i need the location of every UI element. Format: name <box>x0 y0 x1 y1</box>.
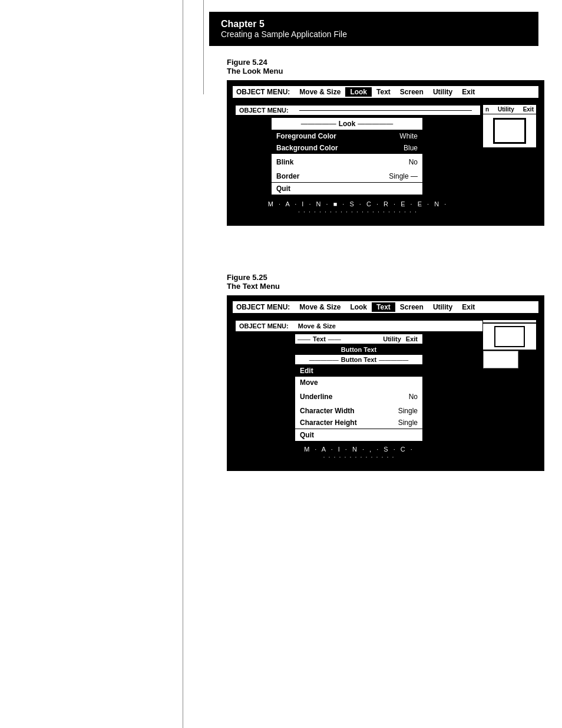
main-screen-area: M · A · I · N · ■ · S · C · R · E · E · … <box>235 200 481 215</box>
right-panel-box <box>493 118 526 144</box>
underline-row[interactable]: Underline No <box>295 391 422 403</box>
underline-value: No <box>409 393 418 401</box>
button-text-sub-label: Button Text <box>341 356 376 363</box>
figure524-inner-screen: OBJECT MENU: Look Foreground Color White <box>232 101 540 219</box>
background-color-row[interactable]: Background Color Blue <box>272 142 422 154</box>
right-panel-header: n Utility Exit <box>483 105 536 114</box>
figure-525-number: Figure 5.25 <box>227 273 550 282</box>
right-panel-box-area <box>483 114 536 147</box>
border-row[interactable]: Border Single — <box>272 170 422 182</box>
right-panel-exit[interactable]: Exit <box>523 106 534 113</box>
figure524-menu-item-text[interactable]: Text <box>372 87 395 97</box>
figure525-menu-item-look[interactable]: Look <box>345 302 372 312</box>
chapter-header: Chapter 5 Creating a Sample Application … <box>209 12 538 46</box>
figure-524-label: Figure 5.24 The Look Menu <box>227 46 550 80</box>
foreground-color-label: Foreground Color <box>276 132 336 140</box>
char-width-label: Character Width <box>300 407 355 415</box>
figure-524-title: The Look Menu <box>227 67 550 75</box>
blink-row[interactable]: Blink No <box>272 156 422 168</box>
figure525-menu-item-exit[interactable]: Exit <box>457 302 480 312</box>
foreground-color-value: White <box>399 132 418 140</box>
quit-label: Quit <box>276 185 290 193</box>
chapter-number: Chapter 5 <box>221 19 527 29</box>
char-height-value: Single <box>398 419 418 427</box>
figure525-menu-item-text[interactable]: Text <box>372 302 395 312</box>
figure524-inner-menubar: OBJECT MENU: <box>235 105 481 116</box>
figure525-right-lower <box>483 351 518 368</box>
figure524-inner-menubar-label: OBJECT MENU: <box>239 107 289 114</box>
figure-525-label: Figure 5.25 The Text Menu <box>227 261 550 295</box>
separator <box>299 110 472 111</box>
text-quit-row[interactable]: Quit <box>295 429 422 441</box>
figure525-right-box-area <box>483 324 536 350</box>
sidebar-area <box>0 0 209 728</box>
figure525-dots-line: · · · · · · · · · · · · · · <box>235 454 483 460</box>
border-label: Border <box>276 172 299 180</box>
page-wrapper: Chapter 5 Creating a Sample Application … <box>0 0 562 728</box>
chapter-subtitle: Creating a Sample Application File <box>221 29 527 39</box>
figure524-menu-item-exit[interactable]: Exit <box>457 87 480 97</box>
figure525-inner-screen: OBJECT MENU: Move & Size —— Text —— Util… <box>232 317 540 464</box>
button-text-bar[interactable]: Button Text <box>295 344 422 355</box>
figure-spacer <box>209 226 550 261</box>
main-screen-text: M · A · I · N · ■ · S · C · R · E · E · … <box>235 200 481 207</box>
underline-label: Underline <box>300 393 332 401</box>
dots-line: · · · · · · · · · · · · · · · · · · · · … <box>235 209 481 215</box>
figure-524-screenshot: OBJECT MENU: Move & Size Look Text Scree… <box>227 80 544 226</box>
figure524-inner-main: OBJECT MENU: Look Foreground Color White <box>235 105 481 215</box>
right-panel-n: n <box>485 106 489 113</box>
move-label: Move <box>300 378 318 387</box>
blink-value: No <box>409 158 418 166</box>
sidebar-line-1 <box>183 0 183 728</box>
figure-525-title: The Text Menu <box>227 282 550 291</box>
char-height-row[interactable]: Character Height Single <box>295 417 422 429</box>
figure-525-screenshot: OBJECT MENU: Move & Size Look Text Scree… <box>227 295 544 471</box>
figure-524-number: Figure 5.24 <box>227 58 550 67</box>
char-width-row[interactable]: Character Width Single <box>295 405 422 417</box>
border-value: Single — <box>389 172 418 180</box>
edit-label: Edit <box>300 367 313 375</box>
figure524-right-panel: n Utility Exit <box>483 105 536 215</box>
figure525-menu-item-screen[interactable]: Screen <box>395 302 428 312</box>
char-height-label: Character Height <box>300 419 357 427</box>
figure524-menubar-label: OBJECT MENU: <box>236 88 290 96</box>
figure525-menubar: OBJECT MENU: Move & Size Look Text Scree… <box>232 300 540 314</box>
look-dropdown: Look Foreground Color White Background C… <box>270 117 424 196</box>
figure524-screen-row: OBJECT MENU: Look Foreground Color White <box>235 105 536 215</box>
quit-row[interactable]: Quit <box>272 183 422 195</box>
figure525-inner-menubar: OBJECT MENU: Move & Size <box>235 320 483 332</box>
figure525-menu-item-utility[interactable]: Utility <box>428 302 457 312</box>
figure525-right-panel <box>483 320 536 460</box>
text-quit-label: Quit <box>300 431 314 439</box>
sidebar-line-2 <box>203 0 204 94</box>
content-area: Chapter 5 Creating a Sample Application … <box>209 0 562 728</box>
figure524-menubar: OBJECT MENU: Move & Size Look Text Scree… <box>232 85 540 99</box>
figure525-main-screen-text: M · A · I · N · , · S · C · <box>235 446 483 453</box>
figure524-menu-item-screen[interactable]: Screen <box>395 87 428 97</box>
text-dropdown: —— Text —— Utility Exit Button Text <box>294 333 424 442</box>
figure525-main-screen-area: M · A · I · N · , · S · C · · · · · · · … <box>235 446 483 460</box>
background-color-value: Blue <box>404 144 418 152</box>
button-text-label: Button Text <box>341 346 376 353</box>
figure524-menu-item-look[interactable]: Look <box>345 87 372 97</box>
right-panel-utility: Utility <box>498 106 514 113</box>
figure525-menu-item-move[interactable]: Move & Size <box>295 302 345 312</box>
look-dropdown-title: Look <box>272 118 422 130</box>
figure525-inner-label: OBJECT MENU: <box>239 322 289 330</box>
blink-label: Blink <box>276 158 293 166</box>
figure525-inner-left: OBJECT MENU: Move & Size —— Text —— Util… <box>235 320 483 460</box>
figure525-right-header <box>483 320 536 322</box>
move-row[interactable]: Move <box>295 377 422 388</box>
button-text-sub: Button Text <box>295 355 422 365</box>
background-color-label: Background Color <box>276 144 338 152</box>
foreground-color-row[interactable]: Foreground Color White <box>272 130 422 142</box>
text-utility-label: Utility <box>381 335 404 342</box>
figure524-menu-item-move[interactable]: Move & Size <box>295 87 345 97</box>
edit-row[interactable]: Edit <box>295 365 422 377</box>
text-exit-label[interactable]: Exit <box>404 335 420 342</box>
figure525-menubar-label: OBJECT MENU: <box>236 303 290 311</box>
text-dropdown-title-row: —— Text —— Utility Exit <box>295 334 422 344</box>
figure524-menu-item-utility[interactable]: Utility <box>428 87 457 97</box>
figure525-move-size[interactable]: Move & Size <box>295 322 339 330</box>
char-width-value: Single <box>398 407 418 415</box>
